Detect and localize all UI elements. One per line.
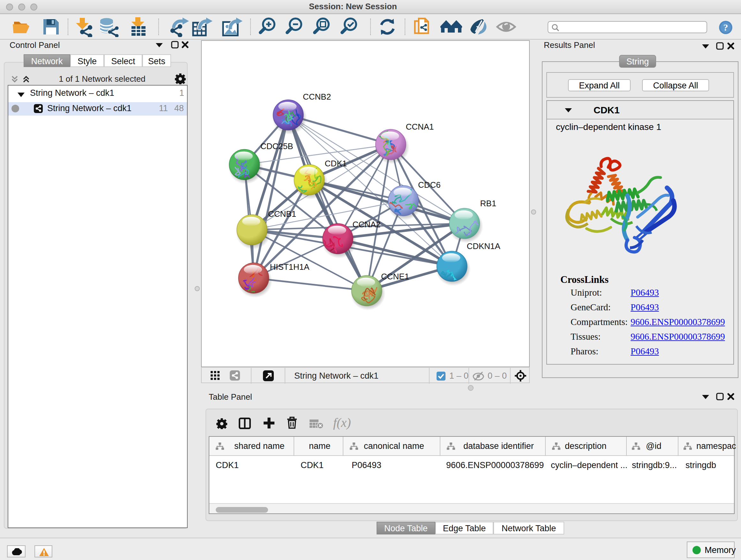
svg-text:CCNA2: CCNA2 [352,220,381,229]
svg-text:CDK1: CDK1 [325,159,347,168]
svg-text:CCNE1: CCNE1 [381,272,409,281]
svg-text:CCNA1: CCNA1 [406,122,434,132]
svg-text:RB1: RB1 [480,199,496,208]
svg-text:CDKN1A: CDKN1A [467,241,500,251]
svg-text:CCNB2: CCNB2 [303,92,331,102]
svg-text:CCNB1: CCNB1 [268,209,296,219]
svg-text:HIST1H1A: HIST1H1A [270,262,310,272]
svg-text:CDC25B: CDC25B [260,141,293,151]
svg-text:?: ? [724,22,728,33]
svg-text:CDC6: CDC6 [418,180,441,190]
